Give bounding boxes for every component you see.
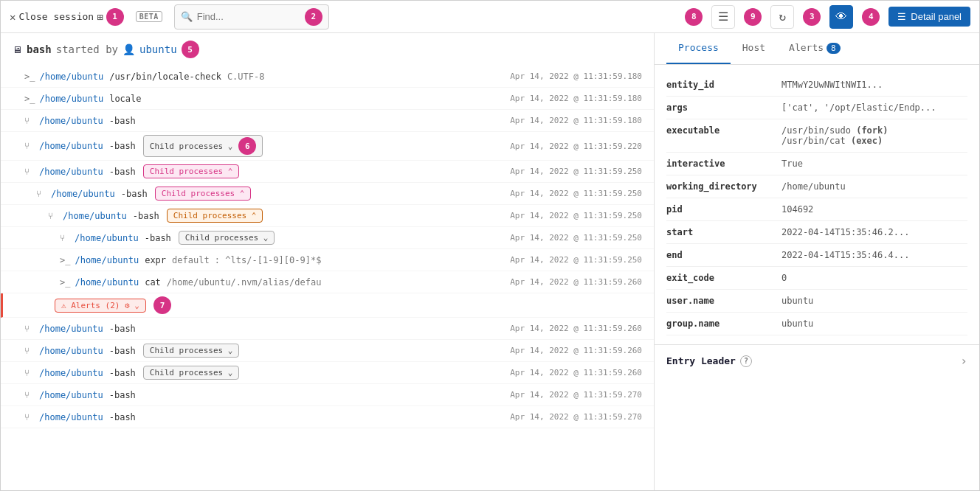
- proc-time: Apr 14, 2022 @ 11:31:59.250: [510, 211, 642, 220]
- child-processes-badge[interactable]: Child processes ⌄: [143, 344, 240, 358]
- proc-icon: >_: [24, 94, 35, 104]
- tab-alerts[interactable]: Alerts8: [777, 33, 852, 64]
- document-icon-button[interactable]: ☰: [711, 5, 735, 29]
- tab-host[interactable]: Host: [731, 33, 777, 64]
- proc-icon: ⑂: [24, 116, 35, 126]
- proc-name: /usr/bin/locale-check: [109, 72, 221, 82]
- detail-panel-label: Detail panel: [911, 11, 962, 22]
- alert-badge[interactable]: ⚠ Alerts (2) ⚙ ⌄: [55, 299, 146, 313]
- proc-path: /home/ubuntu: [39, 141, 103, 151]
- process-row[interactable]: ⑂/home/ubuntu -bashApr 14, 2022 @ 11:31:…: [1, 384, 654, 406]
- detail-value: ['cat', '/opt/Elastic/Endp...: [781, 102, 936, 113]
- detail-row: user.nameubuntu: [666, 290, 967, 313]
- refresh-icon: ↻: [779, 10, 787, 24]
- eye-icon: 👁: [835, 10, 847, 24]
- right-panel-header: ProcessHostAlerts8: [655, 33, 979, 65]
- detail-key: end: [666, 250, 770, 260]
- entry-leader-section[interactable]: Entry Leader ? ›: [655, 344, 979, 377]
- proc-name: -bash: [145, 233, 171, 243]
- detail-row: start2022-04-14T15:35:46.2...: [666, 221, 967, 244]
- proc-path: /home/ubuntu: [39, 346, 103, 356]
- process-row[interactable]: ⑂/home/ubuntu -bashApr 14, 2022 @ 11:31:…: [1, 318, 654, 340]
- detail-grid: entity_idMTMwY2UwNWItNWI1...args['cat', …: [655, 65, 979, 344]
- detail-value: 104692: [781, 204, 813, 215]
- child-processes-badge[interactable]: Child processes ⌄: [179, 231, 275, 245]
- proc-path: /home/ubuntu: [39, 94, 103, 104]
- top-bar-right: 8 ☰ 9 ↻ 3 👁 4 ☰ Detail panel: [685, 5, 970, 29]
- document-icon: ☰: [718, 10, 728, 24]
- proc-name: cat: [145, 277, 161, 288]
- started-by-text: started by: [56, 43, 118, 55]
- process-row[interactable]: ⚠ Alerts (2) ⚙ ⌄7: [1, 293, 654, 318]
- child-processes-badge[interactable]: Child processes ⌃: [143, 164, 240, 178]
- entry-leader-text: Entry Leader: [666, 355, 736, 366]
- badge-1: 1: [106, 8, 124, 26]
- top-bar: ✕ Close session ⊞ 1 BETA 🔍 2 8 ☰ 9 ↻ 3 👁…: [1, 1, 979, 33]
- proc-time: Apr 14, 2022 @ 11:31:59.250: [510, 167, 642, 176]
- process-row[interactable]: >_/home/ubuntu expr default : ^lts/-[1-9…: [1, 249, 654, 271]
- process-row[interactable]: >_/home/ubuntu /usr/bin/locale-check C.U…: [1, 66, 654, 88]
- proc-time: Apr 14, 2022 @ 11:31:59.270: [510, 390, 642, 400]
- proc-icon: ⑂: [24, 390, 35, 400]
- child-processes-badge[interactable]: Child processes ⌄: [143, 366, 240, 380]
- process-row[interactable]: >_/home/ubuntu cat /home/ubuntu/.nvm/ali…: [1, 271, 654, 293]
- proc-path: /home/ubuntu: [39, 412, 103, 422]
- detail-row: group.nameubuntu: [666, 313, 967, 335]
- process-row[interactable]: ⑂/home/ubuntu -bashApr 14, 2022 @ 11:31:…: [1, 110, 654, 132]
- proc-path: /home/ubuntu: [75, 277, 139, 288]
- chevron-right-icon[interactable]: ›: [960, 354, 967, 368]
- detail-row: entity_idMTMwY2UwNWItNWI1...: [666, 74, 967, 97]
- tab-process[interactable]: Process: [666, 33, 731, 64]
- proc-time: Apr 14, 2022 @ 11:31:59.180: [510, 116, 642, 125]
- process-row[interactable]: ⑂/home/ubuntu -bashChild processes ⌃Apr …: [1, 205, 654, 227]
- proc-icon: >_: [60, 255, 70, 265]
- process-row[interactable]: ⑂/home/ubuntu -bashChild processes ⌃Apr …: [1, 161, 654, 183]
- close-icon: ✕: [10, 11, 15, 23]
- child-processes-badge[interactable]: Child processes ⌄6: [143, 135, 263, 157]
- child-processes-badge[interactable]: Child processes ⌃: [167, 209, 263, 223]
- detail-panel-button[interactable]: ☰ Detail panel: [888, 7, 970, 27]
- close-session-button[interactable]: ✕ Close session ⊞ 1: [10, 8, 124, 26]
- proc-name: -bash: [109, 167, 136, 177]
- process-row[interactable]: ⑂/home/ubuntu -bashChild processes ⌄Apr …: [1, 340, 654, 362]
- process-list: >_/home/ubuntu /usr/bin/locale-check C.U…: [1, 66, 654, 428]
- proc-name: -bash: [109, 324, 136, 334]
- search-input[interactable]: [197, 11, 300, 22]
- badge-5: 5: [182, 41, 199, 58]
- proc-time: Apr 14, 2022 @ 11:31:59.270: [510, 412, 642, 422]
- refresh-icon-button[interactable]: ↻: [770, 5, 794, 29]
- proc-path: /home/ubuntu: [39, 167, 103, 177]
- process-row[interactable]: ⑂/home/ubuntu -bashChild processes ⌄Apr …: [1, 362, 654, 384]
- search-box[interactable]: 🔍 2: [174, 4, 329, 29]
- process-row[interactable]: >_/home/ubuntu localeApr 14, 2022 @ 11:3…: [1, 88, 654, 110]
- proc-time: Apr 14, 2022 @ 11:31:59.180: [510, 94, 642, 103]
- detail-key: start: [666, 227, 770, 237]
- detail-key: executable: [666, 125, 770, 136]
- detail-value: /usr/bin/sudo (fork)/usr/bin/cat (exec): [781, 125, 888, 146]
- detail-value: 0: [781, 273, 787, 283]
- detail-key: interactive: [666, 159, 770, 169]
- process-row[interactable]: ⑂/home/ubuntu -bashChild processes ⌄6Apr…: [1, 132, 654, 161]
- proc-args: /home/ubuntu/.nvm/alias/defau: [167, 277, 322, 288]
- process-row[interactable]: ⑂/home/ubuntu -bashChild processes ⌃Apr …: [1, 183, 654, 205]
- proc-path: /home/ubuntu: [39, 72, 103, 82]
- detail-value: True: [781, 159, 803, 169]
- search-icon: 🔍: [181, 11, 193, 22]
- help-icon[interactable]: ?: [740, 355, 752, 367]
- detail-row: args['cat', '/opt/Elastic/Endp...: [666, 97, 967, 119]
- proc-args: default : ^lts/-[1-9][0-9]*$: [172, 255, 321, 265]
- detail-key: exit_code: [666, 273, 770, 283]
- process-row[interactable]: ⑂/home/ubuntu -bashChild processes ⌄Apr …: [1, 227, 654, 249]
- child-processes-badge[interactable]: Child processes ⌃: [155, 187, 252, 201]
- proc-time: Apr 14, 2022 @ 11:31:59.260: [510, 324, 642, 333]
- proc-name: -bash: [109, 390, 136, 400]
- detail-key: args: [666, 102, 770, 113]
- eye-icon-button[interactable]: 👁: [829, 5, 853, 29]
- detail-panel-icon: ☰: [897, 11, 906, 22]
- proc-name: -bash: [121, 189, 148, 199]
- process-row[interactable]: ⑂/home/ubuntu -bashApr 14, 2022 @ 11:31:…: [1, 406, 654, 428]
- detail-value: 2022-04-14T15:35:46.2...: [781, 227, 909, 237]
- proc-time: Apr 14, 2022 @ 11:31:59.220: [510, 142, 642, 151]
- proc-path: /home/ubuntu: [39, 116, 103, 126]
- proc-time: Apr 14, 2022 @ 11:31:59.260: [510, 277, 642, 287]
